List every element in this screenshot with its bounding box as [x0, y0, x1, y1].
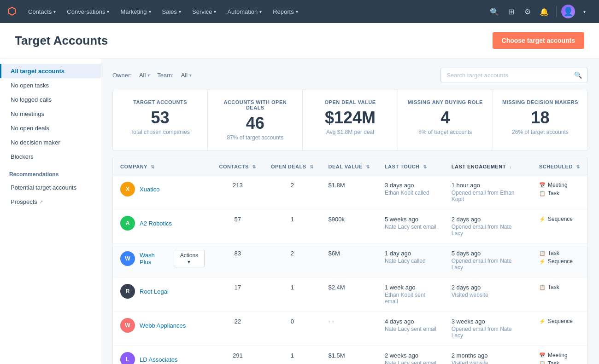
owner-filter-select[interactable]: All ▾: [139, 72, 150, 79]
owner-chevron-icon: ▾: [147, 73, 150, 78]
scheduled-sort-icon: ⇅: [576, 164, 580, 169]
company-logo-wash-plus: W: [120, 251, 135, 266]
stats-panel: TARGET ACCOUNTS 53 Total chosen companie…: [112, 90, 588, 150]
nav-sales[interactable]: Sales ▾: [158, 6, 186, 18]
open-deals-cell-xuatico: 2: [264, 175, 321, 209]
nav-service[interactable]: Service ▾: [188, 6, 221, 18]
company-link-xuatico[interactable]: Xuatico: [140, 186, 159, 193]
nav-contacts[interactable]: Contacts ▾: [23, 6, 60, 18]
filter-group: Owner: All ▾ Team: All ▾: [112, 72, 192, 79]
stat-target-accounts: TARGET ACCOUNTS 53 Total chosen companie…: [113, 90, 208, 150]
notifications-icon-btn[interactable]: 🔔: [537, 4, 552, 19]
open-deals-cell-webb-appliances: 0: [264, 312, 321, 346]
reports-chevron-icon: ▾: [296, 9, 298, 14]
search-input[interactable]: [446, 72, 570, 79]
team-filter-select[interactable]: All ▾: [181, 72, 192, 79]
stat-deal-value-sub: Avg $1.8M per deal: [310, 129, 390, 135]
col-last-touch[interactable]: LAST TOUCH ⇅: [377, 158, 444, 175]
open-deals-cell-root-legal: 1: [264, 277, 321, 312]
stat-target-accounts-value: 53: [120, 110, 200, 126]
task-icon: 📋: [539, 250, 546, 256]
stat-buying-role-label: MISSING ANY BUYING ROLE: [405, 99, 485, 105]
last-touch-cell-ld-associates: 2 weeks agoNate Lacy sent email: [377, 346, 444, 364]
stat-open-deal-value: OPEN DEAL VALUE $124M Avg $1.8M per deal: [303, 90, 398, 150]
sidebar-item-no-logged-calls[interactable]: No logged calls: [0, 92, 101, 107]
sidebar-item-blockers[interactable]: Blockers: [0, 150, 101, 164]
table-row: L LD Associates 2911$1.5M2 weeks agoNate…: [113, 346, 587, 364]
col-company[interactable]: COMPANY ⇅: [113, 158, 212, 175]
deal-value-cell-webb-appliances: - -: [321, 312, 377, 346]
col-last-engagement[interactable]: LAST ENGAGEMENT ↓: [444, 158, 532, 175]
company-logo-a2-robotics: A: [120, 216, 135, 231]
team-filter-label: Team:: [157, 72, 173, 79]
company-cell-wash-plus: W Wash Plus Actions ▾: [113, 243, 212, 277]
sidebar-item-all-target-accounts[interactable]: All target accounts: [0, 64, 101, 78]
nav-marketing[interactable]: Marketing ▾: [116, 6, 155, 18]
col-contacts[interactable]: CONTACTS ⇅: [212, 158, 264, 175]
last-touch-sort-icon: ⇅: [423, 164, 427, 169]
last-engagement-cell-wash-plus: 5 days agoOpened email from Nate Lacy: [444, 243, 532, 277]
page-title: Target Accounts: [15, 34, 108, 48]
deal-value-sort-icon: ⇅: [366, 164, 370, 169]
company-link-ld-associates[interactable]: LD Associates: [140, 356, 177, 363]
actions-button-wash-plus[interactable]: Actions ▾: [174, 250, 204, 267]
sidebar-item-no-open-deals[interactable]: No open deals: [0, 121, 101, 135]
last-touch-cell-a2-robotics: 5 weeks agoNate Lacy sent email: [377, 209, 444, 243]
last-engagement-cell-webb-appliances: 3 weeks agoOpened email from Nate Lacy: [444, 312, 532, 346]
open-deals-cell-a2-robotics: 1: [264, 209, 321, 243]
contacts-cell-root-legal: 17: [212, 277, 264, 312]
col-deal-value[interactable]: DEAL VALUE ⇅: [321, 158, 377, 175]
search-icon: 🔍: [574, 71, 582, 79]
company-link-a2-robotics[interactable]: A2 Robotics: [140, 220, 172, 227]
stat-buying-role-sub: 8% of target accounts: [405, 129, 485, 135]
external-link-icon: ↗: [39, 199, 43, 204]
search-icon-btn[interactable]: 🔍: [487, 4, 502, 19]
sidebar-item-potential-target-accounts[interactable]: Potential target accounts: [0, 180, 101, 195]
automation-chevron-icon: ▾: [259, 9, 262, 14]
scheduled-item: 📅 Meeting: [539, 182, 580, 188]
last-engagement-cell-xuatico: 1 hour agoOpened email from Ethan Kopit: [444, 175, 532, 209]
hubspot-logo[interactable]: ⬡: [7, 6, 16, 17]
sidebar-item-prospects[interactable]: Prospects ↗: [0, 195, 101, 209]
sidebar-item-no-meetings[interactable]: No meetings: [0, 107, 101, 121]
company-link-webb-appliances[interactable]: Webb Appliances: [140, 322, 186, 329]
conversations-chevron-icon: ▾: [107, 9, 109, 14]
company-logo-root-legal: R: [120, 284, 135, 299]
nav-reports[interactable]: Reports ▾: [268, 6, 303, 18]
recommendations-section-title: Recommendations: [0, 164, 101, 180]
scheduled-cell-ld-associates: 📅 Meeting 📋 Task: [532, 346, 587, 364]
account-chevron-icon[interactable]: ▾: [577, 4, 592, 19]
scheduled-cell-xuatico: 📅 Meeting 📋 Task: [532, 175, 587, 209]
company-link-wash-plus[interactable]: Wash Plus: [140, 252, 165, 266]
open-deals-cell-wash-plus: 2: [264, 243, 321, 277]
company-link-root-legal[interactable]: Root Legal: [140, 288, 169, 295]
deal-value-cell-a2-robotics: $900k: [321, 209, 377, 243]
scheduled-item: 📋 Task: [539, 190, 580, 196]
col-open-deals[interactable]: OPEN DEALS ⇅: [264, 158, 321, 175]
stat-buying-role-value: 4: [405, 110, 485, 126]
settings-icon-btn[interactable]: ⚙: [520, 4, 535, 19]
contacts-cell-a2-robotics: 57: [212, 209, 264, 243]
scheduled-item: ⚡ Sequence: [539, 318, 580, 324]
task-icon: 📋: [539, 284, 546, 290]
contacts-chevron-icon: ▾: [53, 9, 56, 14]
last-touch-cell-webb-appliances: 4 days agoNate Lacy sent email: [377, 312, 444, 346]
last-engagement-cell-a2-robotics: 2 days agoOpened email from Nate Lacy: [444, 209, 532, 243]
choose-target-accounts-button[interactable]: Choose target accounts: [493, 32, 584, 49]
stat-open-deals-value: 46: [215, 115, 295, 132]
nav-conversations[interactable]: Conversations ▾: [62, 6, 114, 18]
scheduled-item: 📋 Task: [539, 250, 580, 256]
scheduled-cell-wash-plus: 📋 Task ⚡ Sequence: [532, 243, 587, 277]
col-scheduled[interactable]: SCHEDULED ⇅: [532, 158, 587, 175]
user-avatar[interactable]: 👤: [561, 5, 575, 18]
main-layout: All target accounts No open tasks No log…: [0, 58, 599, 364]
stat-target-accounts-sub: Total chosen companies: [120, 129, 200, 135]
company-cell-xuatico: X Xuatico: [113, 175, 212, 209]
nav-automation[interactable]: Automation ▾: [223, 6, 266, 18]
sidebar-item-no-open-tasks[interactable]: No open tasks: [0, 78, 101, 92]
sidebar-item-no-decision-maker[interactable]: No decision maker: [0, 135, 101, 150]
stat-decision-makers-sub: 26% of target accounts: [500, 129, 580, 135]
apps-icon-btn[interactable]: ⊞: [504, 4, 518, 19]
company-logo-ld-associates: L: [120, 352, 135, 364]
last-engagement-sort-icon: ↓: [509, 164, 512, 169]
